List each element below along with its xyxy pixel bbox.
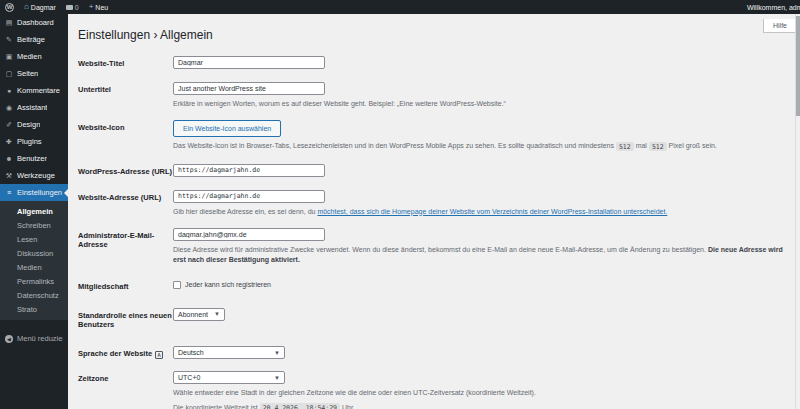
timezone-help: Wähle entweder eine Stadt in der gleiche… [173, 388, 536, 398]
site-name-label: Dagmar [31, 4, 56, 11]
new-label: Neu [95, 4, 108, 11]
wordpress-logo-menu[interactable]: W [0, 0, 19, 14]
utc-time-line: Die koordinierte Weltzeit ist 20.4.2026,… [173, 403, 536, 409]
home-icon: ⌂ [24, 3, 29, 11]
site-icon-help-text: Das Website-Icon ist in Browser-Tabs, Le… [173, 142, 614, 149]
chevron-down-icon: ▼ [274, 350, 280, 356]
sidebar-item-assistant[interactable]: ◉ Assistant [0, 99, 68, 116]
media-icon: ▣ [5, 53, 13, 60]
default-role-select[interactable]: Abonnent ▼ [173, 308, 225, 321]
membership-option: Jeder kann sich registrieren [173, 279, 271, 289]
wordpress-url-label: WordPress-Adresse (URL) [78, 164, 173, 177]
submenu-item-discussion[interactable]: Diskussion [0, 246, 68, 260]
collapse-label: Menü reduzieren [17, 334, 63, 343]
wordpress-url-input[interactable] [173, 164, 325, 177]
submenu-item-privacy[interactable]: Datenschutz [0, 288, 68, 302]
sidebar-item-label: Einstellungen [17, 188, 62, 197]
collapse-menu-button[interactable]: ◀ Menü reduzieren [0, 330, 68, 347]
sidebar-item-label: Dashboard [17, 18, 54, 27]
new-content-menu[interactable]: + Neu [84, 0, 114, 14]
row-admin-email: Administrator-E-Mail-Adresse Diese Adres… [78, 228, 788, 265]
size-code-1: 512 [616, 142, 634, 151]
submenu-item-permalinks[interactable]: Permalinks [0, 274, 68, 288]
wordpress-logo-icon: W [5, 3, 14, 12]
howdy-menu[interactable]: Willkommen, admin [747, 0, 800, 14]
sidebar-item-appearance[interactable]: ✐ Design [0, 116, 68, 133]
size-code-2: 512 [649, 142, 667, 151]
sidebar-item-label: Benutzer [17, 154, 47, 163]
submenu-item-strato[interactable]: Strato [0, 302, 68, 316]
page-title: Einstellungen › Allgemein [78, 28, 788, 42]
row-timezone: Zeitzone UTC+0 ▼ Wähle entweder eine Sta… [78, 371, 788, 409]
collapse-icon: ◀ [5, 335, 13, 343]
plugins-icon: ✚ [5, 138, 13, 145]
sidebar-item-plugins[interactable]: ✚ Plugins [0, 133, 68, 150]
sidebar-item-users[interactable]: ☻ Benutzer [0, 150, 68, 167]
comments-icon: ● [5, 87, 13, 94]
choose-site-icon-button[interactable]: Ein Website-Icon auswählen [173, 120, 281, 137]
membership-checkbox-label: Jeder kann sich registrieren [185, 281, 271, 288]
row-tagline: Untertitel Erkläre in wenigen Worten, wo… [78, 82, 788, 109]
sidebar-item-label: Plugins [17, 137, 42, 146]
site-url-help-link[interactable]: möchtest, dass sich die Homepage deiner … [317, 208, 667, 215]
tagline-label: Untertitel [78, 82, 173, 109]
admin-email-input[interactable] [173, 228, 325, 241]
dashboard-icon: ▤ [5, 19, 13, 26]
default-role-label: Standardrolle eines neuen Benutzers [78, 308, 173, 331]
timezone-select[interactable]: UTC+0 ▼ [173, 371, 285, 384]
submenu-item-writing[interactable]: Schreiben [0, 218, 68, 232]
admin-email-help: Diese Adresse wird für administrative Zw… [173, 245, 788, 265]
website-title-input[interactable] [173, 56, 325, 69]
sidebar-item-comments[interactable]: ● Kommentare [0, 82, 68, 99]
mal-word: mal [636, 142, 647, 149]
admin-email-help-text: Diese Adresse wird für administrative Zw… [173, 246, 706, 253]
sidebar-item-label: Assistant [17, 103, 47, 112]
row-default-role: Standardrolle eines neuen Benutzers Abon… [78, 308, 788, 331]
submenu-item-general[interactable]: Allgemein [0, 204, 68, 218]
tagline-input[interactable] [173, 82, 325, 95]
vertical-scrollbar[interactable] [795, 14, 800, 409]
sidebar-item-label: Beiträge [17, 35, 45, 44]
site-name-menu[interactable]: ⌂ Dagmar [19, 0, 61, 14]
sidebar-item-label: Werkzeuge [17, 171, 55, 180]
site-url-input[interactable] [173, 190, 325, 203]
language-label-text: Sprache der Website [78, 349, 152, 358]
sidebar-item-tools[interactable]: ⚒ Werkzeuge [0, 167, 68, 184]
assistant-icon: ◉ [5, 104, 13, 111]
sidebar-item-label: Kommentare [17, 86, 60, 95]
settings-submenu: Allgemein Schreiben Lesen Diskussion Med… [0, 201, 68, 320]
language-value: Deutsch [178, 349, 204, 356]
submenu-item-media[interactable]: Medien [0, 260, 68, 274]
submenu-item-reading[interactable]: Lesen [0, 232, 68, 246]
sidebar-item-posts[interactable]: ✎ Beiträge [0, 31, 68, 48]
comment-count: 0 [75, 4, 79, 11]
row-site-icon: Website-Icon Ein Website-Icon auswählen … [78, 120, 788, 151]
sidebar-item-label: Design [17, 120, 40, 129]
settings-icon: ≡ [5, 189, 13, 196]
site-url-help: Gib hier dieselbe Adresse ein, es sei de… [173, 207, 667, 217]
language-select[interactable]: Deutsch ▼ [173, 346, 285, 359]
scrollbar-thumb[interactable] [796, 16, 800, 116]
admin-bar: W ⌂ Dagmar 0 + Neu Willkommen, admin [0, 0, 800, 14]
tools-icon: ⚒ [5, 172, 13, 179]
membership-label: Mitgliedschaft [78, 279, 173, 292]
plus-icon: + [89, 3, 94, 11]
translation-icon: A [155, 351, 163, 359]
sidebar-item-dashboard[interactable]: ▤ Dashboard [0, 14, 68, 31]
row-wordpress-url: WordPress-Adresse (URL) [78, 164, 788, 177]
comments-menu[interactable]: 0 [61, 0, 84, 14]
sidebar-item-settings[interactable]: ≡ Einstellungen [0, 184, 68, 201]
membership-checkbox[interactable] [173, 281, 181, 289]
users-icon: ☻ [5, 155, 13, 162]
main-content: Hilfe Einstellungen › Allgemein Website-… [68, 14, 800, 409]
utc-time-code: 20.4.2026, 18:54:29 [260, 403, 340, 409]
chevron-down-icon: ▼ [274, 375, 280, 381]
sidebar-item-pages[interactable]: ▢ Seiten [0, 65, 68, 82]
pages-icon: ▢ [5, 70, 13, 77]
utc-prefix: Die koordinierte Weltzeit ist [173, 404, 258, 409]
admin-email-label: Administrator-E-Mail-Adresse [78, 228, 173, 265]
utc-suffix: Uhr. [342, 404, 355, 409]
help-tab[interactable]: Hilfe [763, 19, 797, 33]
language-label: Sprache der WebsiteA [78, 346, 173, 359]
sidebar-item-media[interactable]: ▣ Medien [0, 48, 68, 65]
